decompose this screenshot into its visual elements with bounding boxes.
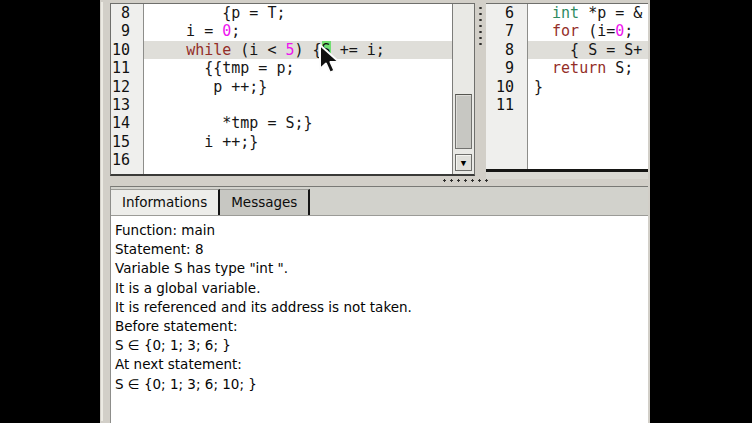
code-line[interactable]: return S; [528, 59, 648, 77]
right-code-area[interactable]: int *p = & for (i=0; { S = S+ return S;} [528, 4, 648, 169]
code-line[interactable]: i ++;} [144, 133, 452, 151]
source-editors-area: 8910111213141516 {p = T; i = 0; while (i… [110, 3, 650, 179]
code-token[interactable] [150, 41, 186, 59]
code-token[interactable]: *p = & [579, 4, 642, 22]
original-source-panel: 67891011 int *p = & for (i=0; { S = S+ r… [486, 3, 648, 179]
info-line: Function: main [115, 221, 644, 240]
code-token[interactable]: i = [150, 22, 222, 40]
code-line[interactable]: i = 0; [144, 22, 452, 40]
splitter-grip-icon [478, 5, 483, 47]
info-line: It is referenced and its address is not … [115, 298, 644, 317]
vertical-scrollbar[interactable]: ▼ [452, 4, 474, 174]
info-line: Variable S has type "int ". [115, 259, 644, 278]
code-token[interactable]: ) { [295, 41, 322, 59]
code-line[interactable] [144, 96, 452, 114]
vertical-splitter[interactable] [475, 3, 486, 179]
code-token[interactable] [534, 22, 552, 40]
code-token-keyword[interactable]: while [186, 41, 231, 59]
code-token[interactable]: p ++;} [150, 78, 267, 96]
code-line[interactable]: for (i=0; [528, 22, 648, 40]
line-number: 13 [111, 96, 143, 114]
tab-messages[interactable]: Messages [220, 189, 310, 215]
code-token-number[interactable]: 0 [615, 22, 624, 40]
info-line: S ∈ {0; 1; 3; 6; 10; } [115, 375, 644, 394]
code-line[interactable]: p ++;} [144, 78, 452, 96]
line-number: 8 [111, 4, 143, 22]
code-token-keyword[interactable]: for [552, 22, 579, 40]
code-token-keyword[interactable]: return [552, 59, 606, 77]
info-line: It is a global variable. [115, 279, 644, 298]
code-token-selected[interactable]: S [322, 41, 331, 59]
code-token-number[interactable]: 0 [222, 22, 231, 40]
code-token[interactable]: += i; [331, 41, 385, 59]
tab-informations[interactable]: Informations [111, 189, 220, 215]
horizontal-scrollbar[interactable] [486, 169, 648, 179]
code-token[interactable]: { S = S+ [534, 41, 642, 59]
line-number: 15 [111, 133, 143, 151]
code-line[interactable]: *tmp = S;} [144, 114, 452, 132]
line-number: 10 [111, 41, 143, 59]
tab-bar: Informations Messages [111, 187, 648, 216]
code-line[interactable]: {p = T; [144, 4, 452, 22]
scroll-down-button[interactable]: ▼ [455, 154, 472, 171]
code-token[interactable]: *tmp = S;} [150, 114, 313, 132]
info-content: Function: mainStatement: 8Variable S has… [111, 216, 648, 423]
code-token-type[interactable]: int [552, 4, 579, 22]
line-number: 14 [111, 114, 143, 132]
code-token[interactable]: ; [624, 22, 633, 40]
frama-c-gui-window: 8910111213141516 {p = T; i = 0; while (i… [100, 0, 650, 423]
code-token[interactable]: i ++;} [150, 133, 258, 151]
line-number: 9 [486, 59, 527, 77]
right-line-number-gutter: 67891011 [486, 4, 528, 169]
line-number: 6 [486, 4, 527, 22]
code-line[interactable]: while (i < 5) {S += i; [144, 41, 452, 59]
code-token[interactable]: ; [231, 22, 240, 40]
line-number: 10 [486, 78, 527, 96]
code-line[interactable]: int *p = & [528, 4, 648, 22]
line-number: 8 [486, 41, 527, 59]
line-number: 12 [111, 78, 143, 96]
code-token[interactable] [534, 4, 552, 22]
line-number: 11 [486, 96, 527, 114]
code-token[interactable]: S; [606, 59, 633, 77]
line-number: 9 [111, 22, 143, 40]
window-edge-highlight [101, 2, 103, 421]
line-number: 11 [111, 59, 143, 77]
code-line[interactable]: } [528, 78, 648, 96]
code-line[interactable]: { S = S+ [528, 41, 648, 59]
line-number: 16 [111, 151, 143, 169]
code-token-number[interactable]: 5 [285, 41, 294, 59]
information-panel: Informations Messages Function: mainStat… [110, 186, 648, 423]
left-code-area[interactable]: {p = T; i = 0; while (i < 5) {S += i; {{… [144, 4, 452, 174]
code-line[interactable]: {{tmp = p; [144, 59, 452, 77]
normalized-source-panel: 8910111213141516 {p = T; i = 0; while (i… [110, 3, 475, 176]
scrollbar-thumb[interactable] [455, 94, 472, 149]
code-token[interactable]: {{tmp = p; [150, 59, 295, 77]
code-line[interactable] [144, 151, 452, 169]
left-line-number-gutter: 8910111213141516 [111, 4, 144, 174]
horizontal-splitter-grip[interactable] [440, 177, 490, 183]
code-token[interactable]: {p = T; [150, 4, 285, 22]
code-token[interactable]: } [534, 78, 543, 96]
info-line: S ∈ {0; 1; 3; 6; } [115, 336, 644, 355]
down-arrow-icon: ▼ [461, 158, 466, 168]
code-token[interactable]: (i= [579, 22, 615, 40]
code-line[interactable] [528, 96, 648, 114]
info-line: Statement: 8 [115, 240, 644, 259]
code-token[interactable] [534, 59, 552, 77]
info-line: At next statement: [115, 355, 644, 374]
info-line: Before statement: [115, 317, 644, 336]
line-number: 7 [486, 22, 527, 40]
code-token[interactable]: (i < [231, 41, 285, 59]
